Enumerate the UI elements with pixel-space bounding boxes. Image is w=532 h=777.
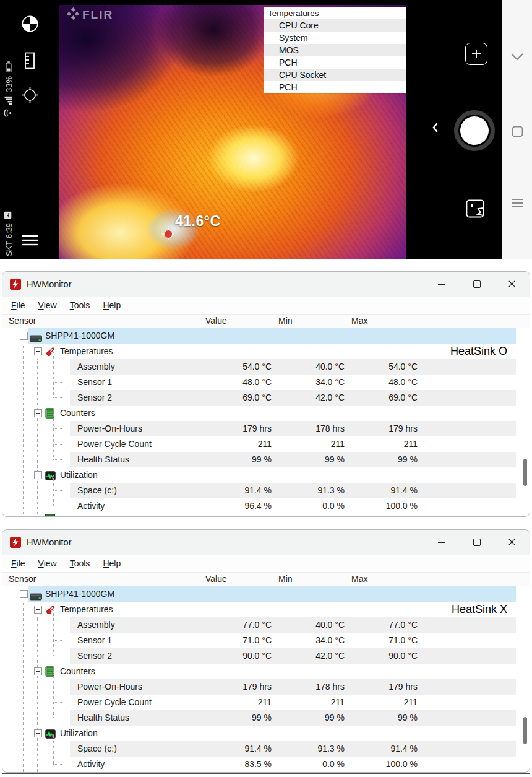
row-shpp41-1000gm[interactable]: SHPP41-1000GM xyxy=(2,586,530,602)
menu-item-file[interactable]: File xyxy=(11,300,25,310)
group-row-counters[interactable]: Counters xyxy=(2,406,530,421)
value-cell: 96.4 % xyxy=(200,498,272,514)
sensor-label: Power Cycle Count xyxy=(77,436,152,452)
value-cell: 77.0 °C xyxy=(200,617,272,633)
group-row-counters[interactable]: Counters xyxy=(2,664,530,679)
row-assembly[interactable]: Assembly77.0 °C40.0 °C77.0 °C xyxy=(2,617,530,633)
sensor-label: Health Status xyxy=(77,710,129,726)
max-cell: 91.4 % xyxy=(346,741,418,757)
menu-item-tools[interactable]: Tools xyxy=(70,300,90,310)
tree-expander[interactable] xyxy=(34,471,42,479)
group-row-temperatures[interactable]: TemperaturesHeatSink O xyxy=(2,344,530,359)
row-activity[interactable]: Activity83.5 %0.0 %100.0 % xyxy=(2,757,530,772)
column-header-max[interactable]: Max xyxy=(346,315,419,328)
row-assembly[interactable]: Assembly54.0 °C40.0 °C54.0 °C xyxy=(2,359,530,375)
tree-expander[interactable] xyxy=(34,667,42,675)
chevron-left-icon[interactable] xyxy=(432,123,438,135)
scrollbar-thumb[interactable] xyxy=(523,717,527,744)
min-cell: 0.0 % xyxy=(273,498,345,514)
row-health-status[interactable]: Health Status99 %99 %99 % xyxy=(2,710,530,726)
value-cell: 54.0 °C xyxy=(200,359,272,375)
row-power-on-hours[interactable]: Power-On-Hours179 hrs178 hrs179 hrs xyxy=(2,421,530,436)
max-cell: 69.0 °C xyxy=(346,390,418,406)
value-cell: 91.4 % xyxy=(200,483,272,498)
min-cell: 34.0 °C xyxy=(273,375,345,390)
heatsink-annotation: HeatSink O xyxy=(450,344,507,359)
max-cell: 90.0 °C xyxy=(346,648,418,664)
row-sensor-2[interactable]: Sensor 269.0 °C42.0 °C69.0 °C xyxy=(2,390,530,406)
sensor-label: Power-On-Hours xyxy=(77,679,142,695)
tree-expander[interactable] xyxy=(34,606,42,614)
menu-item-view[interactable]: View xyxy=(38,300,57,310)
tree-line xyxy=(53,718,62,718)
maximize-button[interactable] xyxy=(459,530,494,555)
close-icon xyxy=(508,279,515,289)
group-row-temperatures[interactable]: TemperaturesHeatSink X xyxy=(2,602,530,617)
tree-line xyxy=(53,444,62,445)
sensor-label: Space (c:) xyxy=(77,741,117,757)
group-label: Utilization xyxy=(60,467,98,483)
column-header-min[interactable]: Min xyxy=(273,573,346,586)
menu-item-help[interactable]: Help xyxy=(103,558,121,568)
tree-expander[interactable] xyxy=(20,332,28,340)
tree-expander[interactable] xyxy=(34,409,42,417)
recents-icon[interactable] xyxy=(502,126,532,137)
battery-icon xyxy=(4,61,14,72)
menu-icon[interactable] xyxy=(22,234,38,249)
close-button[interactable] xyxy=(494,530,530,555)
maximize-button[interactable] xyxy=(459,272,494,297)
title-bar: HWMonitor xyxy=(2,272,530,297)
carrier-time: SKT 6:39 xyxy=(4,223,14,256)
chevron-down-icon[interactable] xyxy=(502,53,532,61)
flir-logo: FLIR xyxy=(67,7,113,22)
tree-expander[interactable] xyxy=(34,729,42,737)
tree-expander[interactable] xyxy=(34,347,42,355)
minimize-icon xyxy=(438,284,445,284)
device-label: SHPP41-1000GM xyxy=(45,586,114,602)
temperature-scale-icon[interactable] xyxy=(22,52,36,72)
android-nav-bar xyxy=(502,0,532,259)
row-space-c[interactable]: Space (c:)91.4 %91.3 %91.4 % xyxy=(2,741,530,757)
row-activity[interactable]: Activity96.4 %0.0 %100.0 % xyxy=(2,498,530,514)
column-header-sensor[interactable]: Sensor xyxy=(2,573,200,586)
shutter-button[interactable] xyxy=(454,110,495,151)
sensor-label: Sensor 1 xyxy=(77,375,112,390)
spot-meter-icon[interactable] xyxy=(22,87,38,106)
column-header-min[interactable]: Min xyxy=(273,315,346,328)
menu-item-file[interactable]: File xyxy=(11,558,25,568)
column-header-sensor[interactable]: Sensor xyxy=(2,315,200,328)
zoom-plus-button[interactable] xyxy=(465,43,487,65)
row-power-cycle-count[interactable]: Power Cycle Count211211211 xyxy=(2,436,530,452)
row-health-status[interactable]: Health Status99 %99 %99 % xyxy=(2,452,530,467)
tree-line xyxy=(53,625,62,625)
menu-item-view[interactable]: View xyxy=(38,558,57,568)
minimize-button[interactable] xyxy=(424,530,459,555)
column-header-max[interactable]: Max xyxy=(346,573,419,586)
minimize-button[interactable] xyxy=(424,272,459,297)
menu-item-tools[interactable]: Tools xyxy=(70,558,90,568)
tree-line xyxy=(53,397,62,398)
row-space-c[interactable]: Space (c:)91.4 %91.3 %91.4 % xyxy=(2,483,530,498)
menu-item-help[interactable]: Help xyxy=(103,300,121,310)
tree-line xyxy=(53,490,62,491)
group-label: Temperatures xyxy=(60,344,113,359)
tree-expander[interactable] xyxy=(20,590,28,598)
group-row-utilization[interactable]: Utilization xyxy=(2,467,530,483)
row-sensor-1[interactable]: Sensor 171.0 °C34.0 °C71.0 °C xyxy=(2,633,530,648)
max-cell: 54.0 °C xyxy=(346,359,418,375)
close-button[interactable] xyxy=(494,272,530,297)
column-header-value[interactable]: Value xyxy=(200,315,273,328)
row-power-on-hours[interactable]: Power-On-Hours179 hrs178 hrs179 hrs xyxy=(2,679,530,695)
gallery-icon[interactable] xyxy=(466,199,484,220)
palette-icon[interactable] xyxy=(22,15,38,35)
row-shpp41-1000gm[interactable]: SHPP41-1000GM xyxy=(2,328,530,344)
row-sensor-2[interactable]: Sensor 290.0 °C42.0 °C90.0 °C xyxy=(2,648,530,664)
column-header-value[interactable]: Value xyxy=(200,573,273,586)
scrollbar-thumb[interactable] xyxy=(523,459,527,486)
row-sensor-1[interactable]: Sensor 148.0 °C34.0 °C48.0 °C xyxy=(2,375,530,390)
row-power-cycle-count[interactable]: Power Cycle Count211211211 xyxy=(2,695,530,710)
screenshot-icon xyxy=(4,211,14,219)
hamburger-icon[interactable] xyxy=(502,198,532,208)
tree-line xyxy=(53,749,62,749)
group-row-utilization[interactable]: Utilization xyxy=(2,726,530,741)
